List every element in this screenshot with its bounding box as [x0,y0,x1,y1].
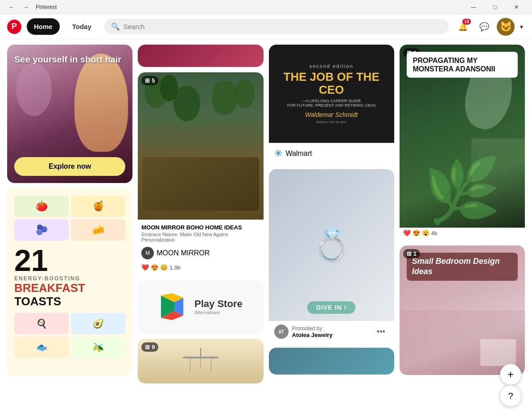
boho-author-name: MOON MIRROR [157,249,210,257]
titlebar-nav: ← → [5,1,32,13]
ring-visual: 💍 [312,227,351,263]
toasts-line1: ENERGY-BOOSTING [14,275,125,282]
search-input[interactable] [124,23,441,30]
short-hair-title: See yourself in short hair [14,54,125,65]
dive-in-badge: DIVE IN ! [307,301,355,314]
play-store-icon [159,293,186,320]
atolea-avatar: AT [274,325,289,339]
question-icon: ? [508,391,513,401]
playstore-subtitle: Alternatives [194,310,243,315]
monstera-reactions: ❤️ 😍 😮 4k [400,228,525,240]
add-fab-button[interactable]: + [500,364,521,385]
red-partial-pin[interactable] [138,45,263,67]
minimize-button[interactable]: — [463,0,484,14]
avatar-icon: 🐱 [500,21,512,33]
help-button[interactable]: ? [500,385,521,407]
boho-badge: ⊞ 5 [141,76,158,85]
bedroom-title: Small Bedroom Design Ideas [407,253,518,281]
boho-title: MOON MIRROR BOHO HOME IDEAS [141,224,260,231]
titlebar-controls: — □ ✕ [463,0,527,14]
short-hair-pin[interactable]: See yourself in short hair Explore now [7,45,132,183]
promoted-info: Promoted by Atolea Jewelry [292,325,333,338]
collection-icon2: ⊞ [145,344,150,350]
promoted-by-label: Promoted by [292,325,333,332]
messages-button[interactable]: 💬 [475,18,493,36]
chandelier-badge: ⊞ 9 [141,342,158,352]
walmart-name: Walmart [286,150,312,158]
boho-info: MOON MIRROR BOHO HOME IDEAS Embrace Natu… [138,220,263,244]
book-content: second edition THE JOB OF THE CEO —A LIF… [278,63,385,124]
explore-now-button[interactable]: Explore now [14,157,125,176]
logo-letter: P [12,22,17,31]
toasts-number: 21 [14,245,125,275]
boho-reaction-count: 1.9k [169,264,181,271]
collection-icon4: ⊞ [407,250,412,257]
blue-partial-pin[interactable] [269,348,394,375]
search-icon: 🔍 [111,22,120,31]
walmart-icon: ✳ [274,148,282,159]
collection-icon: ⊞ [145,77,150,84]
home-nav-button[interactable]: Home [27,18,60,35]
message-icon: 💬 [479,22,489,32]
back-button[interactable]: ← [5,1,18,13]
book-edition: second edition [278,63,385,69]
boho-author-row: M MOON MIRROR [138,244,263,262]
main-content: See yourself in short hair Explore now 🍅… [0,39,532,412]
book-author: Waldemar Schmidt [278,111,385,118]
close-button[interactable]: ✕ [506,0,527,14]
book-title: THE JOB OF THE CEO [278,71,385,96]
pin-grid: See yourself in short hair Explore now 🍅… [7,45,525,383]
plus-icon: + [507,368,514,381]
toasts-line2: BREAKFAST [14,282,125,295]
ceo-book-pin[interactable]: second edition THE JOB OF THE CEO —A LIF… [269,45,394,164]
monstera-pin[interactable]: ⊞ 1 🌿 PROPAGATING MY MONSTERA ADANSONII … [400,45,525,240]
promoted-row: AT Promoted by Atolea Jewelry ••• [269,321,394,342]
book-publisher: Bibbreo Vel de Mor [278,120,385,124]
chandelier-pin[interactable]: ⊞ 9 [138,339,263,383]
boho-author-avatar: M [141,247,154,259]
walmart-row: ✳ Walmart [269,143,394,164]
book-subtitle: —A LIFELONG CAREER GUIDEFOR FUTURE, PRES… [278,99,385,108]
titlebar-left: ← → Pinterest [5,1,57,13]
toasts-line3: TOASTS [14,295,125,308]
notification-badge: 18 [462,19,471,25]
boho-reactions: ❤️ 😍 😊 1.9k [138,262,263,275]
playstore-text-group: Play Store Alternatives [194,298,243,315]
playstore-pin[interactable]: Play Store Alternatives [138,280,263,333]
more-options-button[interactable]: ••• [373,325,389,338]
bedroom-pin[interactable]: ⊞ 1 Small Bedroom Design Ideas [400,246,525,375]
today-nav-button[interactable]: Today [65,18,99,35]
monstera-reaction-count: 4k [431,230,437,237]
monstera-title: PROPAGATING MY MONSTERA ADANSONII [407,52,518,78]
search-bar[interactable]: 🔍 [104,19,449,34]
boho-subtitle: Embrace Nature. Make Old New Agains Pers… [141,232,260,242]
avatar-button[interactable]: 🐱 [497,18,515,36]
header: P Home Today 🔍 🔔 18 💬 🐱 ▾ [0,14,532,39]
forward-button[interactable]: → [20,1,32,13]
breakfast-toasts-pin[interactable]: 🍅 🍯 🫐 🧀 21 ENERGY-BOOSTING BREAKFAST TOA… [7,188,132,376]
titlebar-title: Pinterest [36,4,57,10]
playstore-title: Play Store [194,298,243,310]
bedroom-badge: ⊞ 1 [403,249,420,258]
profile-chevron-button[interactable]: ▾ [518,21,525,32]
ring-pin[interactable]: 💍 DIVE IN ! AT Promoted by Atolea Jewelr… [269,169,394,342]
pinterest-logo[interactable]: P [7,20,21,34]
notifications-button[interactable]: 🔔 18 [454,18,472,36]
maximize-button[interactable]: □ [485,0,505,14]
boho-home-pin[interactable]: ⊞ 5 MOON MI [138,72,263,275]
header-icons: 🔔 18 💬 🐱 ▾ [454,18,525,36]
shop-name: Atolea Jewelry [292,332,333,338]
titlebar: ← → Pinterest — □ ✕ [0,0,532,14]
